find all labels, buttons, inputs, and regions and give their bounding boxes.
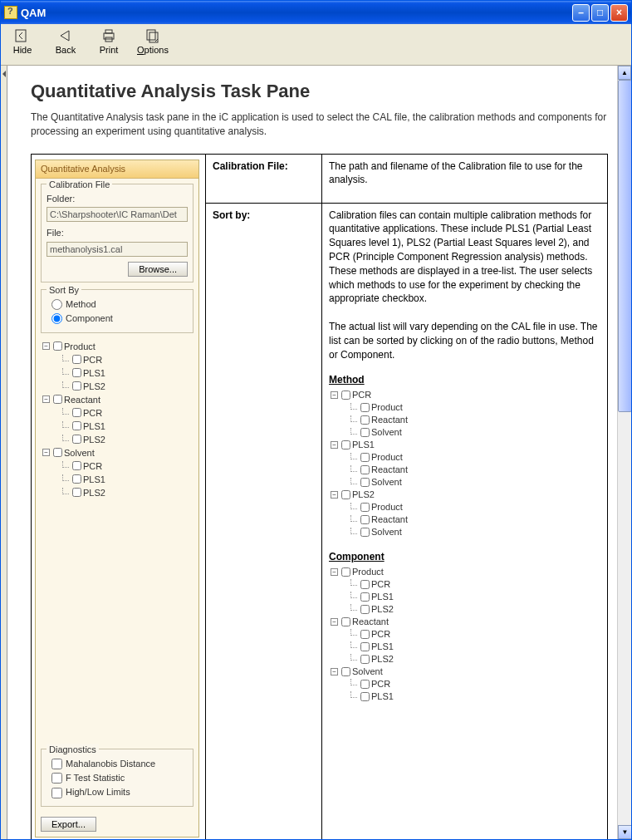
tree-checkbox[interactable]: [360, 630, 370, 639]
tree-checkbox[interactable]: [360, 680, 370, 689]
tree-node[interactable]: PCR: [347, 628, 600, 641]
tree-checkbox[interactable]: [360, 465, 370, 474]
tree-node[interactable]: PLS1: [347, 591, 600, 603]
scroll-thumb[interactable]: [618, 80, 631, 412]
scroll-down-button[interactable]: ▼: [618, 825, 631, 839]
tree-node[interactable]: Solvent: [347, 476, 600, 489]
export-button[interactable]: Export...: [41, 817, 96, 832]
tree-node[interactable]: Reactant: [347, 513, 600, 526]
expand-icon[interactable]: −: [331, 441, 338, 449]
tree-node[interactable]: PLS1: [347, 641, 600, 653]
tree-node[interactable]: PLS1: [59, 366, 194, 380]
tree-node[interactable]: PLS2: [59, 433, 194, 446]
tree-checkbox[interactable]: [360, 453, 370, 462]
tree-node[interactable]: − Reactant: [331, 616, 600, 628]
tree-node[interactable]: PLS1: [59, 420, 194, 433]
tree-node[interactable]: − PCR: [331, 389, 600, 401]
tree-node[interactable]: PCR: [347, 678, 600, 690]
tree-node[interactable]: Product: [347, 501, 600, 513]
tree-node[interactable]: − Solvent: [42, 446, 194, 459]
tree-node[interactable]: − PLS1: [331, 439, 600, 451]
tree-checkbox[interactable]: [53, 395, 62, 404]
tree-checkbox[interactable]: [360, 592, 370, 602]
hide-button[interactable]: Hide: [7, 27, 37, 61]
diagnostic-checkbox[interactable]: [51, 788, 62, 798]
tree-node[interactable]: − PLS2: [331, 489, 600, 501]
tree-checkbox[interactable]: [72, 461, 81, 470]
tree-node[interactable]: PLS2: [347, 653, 600, 666]
close-button[interactable]: ×: [610, 4, 628, 22]
tree-node[interactable]: − Solvent: [331, 666, 600, 678]
scroll-up-button[interactable]: ▲: [618, 66, 631, 80]
tree-checkbox[interactable]: [341, 567, 350, 577]
options-button[interactable]: Options: [137, 27, 169, 61]
tree-node[interactable]: Solvent: [347, 426, 600, 439]
tree-checkbox[interactable]: [360, 503, 370, 512]
tree-node[interactable]: − Reactant: [42, 393, 194, 406]
tree-node[interactable]: PLS2: [347, 603, 600, 616]
file-field[interactable]: [47, 242, 188, 257]
tree-checkbox[interactable]: [360, 403, 370, 412]
expand-icon[interactable]: −: [331, 391, 338, 399]
tree-node[interactable]: Reactant: [347, 414, 600, 426]
tree-checkbox[interactable]: [341, 667, 350, 676]
tree-node[interactable]: PLS1: [59, 473, 194, 486]
tree-checkbox[interactable]: [72, 488, 81, 497]
tree-checkbox[interactable]: [72, 435, 81, 444]
tree-checkbox[interactable]: [360, 642, 370, 651]
expand-icon[interactable]: −: [331, 618, 338, 626]
expand-icon[interactable]: −: [42, 342, 50, 350]
diagnostic-checkbox[interactable]: [51, 759, 62, 769]
tree-checkbox[interactable]: [360, 515, 370, 524]
tree-checkbox[interactable]: [341, 391, 350, 400]
tree-checkbox[interactable]: [360, 528, 370, 537]
tree-checkbox[interactable]: [53, 448, 62, 457]
tree-checkbox[interactable]: [360, 655, 370, 664]
maximize-button[interactable]: □: [591, 4, 609, 22]
tree-checkbox[interactable]: [72, 381, 81, 391]
tree-checkbox[interactable]: [341, 617, 350, 626]
tree-checkbox[interactable]: [72, 474, 81, 484]
tree-checkbox[interactable]: [53, 341, 62, 351]
tree-checkbox[interactable]: [360, 415, 370, 425]
tree-node[interactable]: PLS1: [347, 690, 600, 703]
tree-checkbox[interactable]: [72, 421, 81, 430]
tree-checkbox[interactable]: [360, 692, 370, 701]
tree-checkbox[interactable]: [360, 478, 370, 487]
sortby-component-radio[interactable]: [51, 313, 62, 324]
back-button[interactable]: Back: [51, 27, 81, 61]
diagnostic-checkbox[interactable]: [51, 773, 62, 784]
tree-checkbox[interactable]: [341, 490, 350, 499]
tree-node[interactable]: Product: [347, 451, 600, 464]
tree-node[interactable]: Solvent: [347, 526, 600, 538]
expand-icon[interactable]: −: [331, 668, 338, 675]
tree-node[interactable]: Reactant: [347, 464, 600, 476]
expand-icon[interactable]: −: [42, 395, 50, 403]
minimize-button[interactable]: –: [572, 4, 590, 22]
sortby-method-radio[interactable]: [51, 299, 62, 310]
tree-node[interactable]: PCR: [59, 406, 194, 420]
tree-node[interactable]: − Product: [331, 566, 600, 578]
browse-button[interactable]: Browse...: [128, 262, 188, 277]
tree-node[interactable]: Product: [347, 401, 600, 414]
tree-checkbox[interactable]: [341, 440, 350, 449]
tree-node[interactable]: PCR: [59, 353, 194, 366]
print-button[interactable]: Print: [94, 27, 124, 61]
tree-checkbox[interactable]: [360, 580, 370, 589]
tree-checkbox[interactable]: [72, 355, 81, 364]
tree-node[interactable]: PCR: [347, 578, 600, 591]
splitter-handle[interactable]: [1, 66, 7, 839]
folder-field[interactable]: [47, 207, 188, 222]
tree-node[interactable]: − Product: [42, 340, 194, 353]
tree-checkbox[interactable]: [360, 428, 370, 437]
tree-checkbox[interactable]: [360, 605, 370, 614]
expand-icon[interactable]: −: [331, 491, 338, 499]
tree-checkbox[interactable]: [72, 408, 81, 417]
expand-icon[interactable]: −: [331, 568, 338, 576]
methods-tree[interactable]: − Product PCR PLS1 PLS2− Reactant PCR PL…: [42, 340, 194, 499]
tree-node[interactable]: PLS2: [59, 486, 194, 499]
expand-icon[interactable]: −: [42, 449, 50, 456]
tree-node[interactable]: PCR: [59, 459, 194, 473]
tree-checkbox[interactable]: [72, 368, 81, 377]
vertical-scrollbar[interactable]: ▲ ▼: [617, 66, 631, 839]
